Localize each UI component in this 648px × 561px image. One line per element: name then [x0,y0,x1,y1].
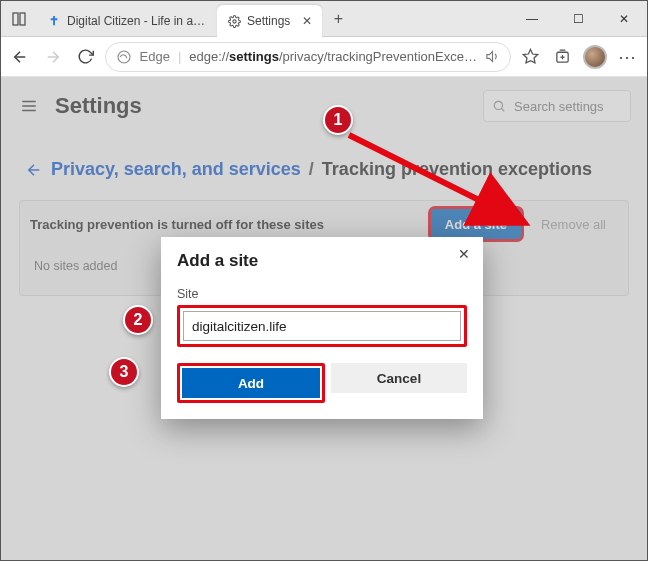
window-controls: — ☐ ✕ [509,1,647,36]
gear-icon [227,14,241,28]
svg-point-2 [232,19,235,22]
url-text: edge://settings/privacy/trackingPreventi… [189,49,477,64]
read-aloud-icon[interactable] [485,49,500,64]
annotation-badge-3: 3 [109,357,139,387]
svg-rect-1 [20,13,25,25]
site-field-label: Site [177,287,467,301]
menu-icon[interactable] [17,94,41,118]
separator: | [178,49,181,64]
profile-avatar[interactable] [582,41,609,73]
add-site-dialog: ✕ Add a site Site Add Cancel [161,237,483,419]
breadcrumb-back-icon[interactable] [25,161,43,179]
breadcrumb: Privacy, search, and services / Tracking… [1,135,647,194]
toolbar: Edge | edge://settings/privacy/trackingP… [1,37,647,77]
annotation-badge-2: 2 [123,305,153,335]
tab-actions-icon[interactable] [1,1,37,36]
more-icon[interactable]: ⋯ [614,41,641,73]
site-input[interactable] [183,311,461,341]
tab-title: Digital Citizen - Life in a digital w [67,14,207,28]
svg-point-6 [494,101,502,109]
annotation-arrow [331,117,541,237]
back-button[interactable] [7,41,34,73]
svg-point-3 [118,51,130,63]
dialog-close-icon[interactable]: ✕ [453,243,475,265]
dialog-title: Add a site [177,251,467,271]
cancel-button[interactable]: Cancel [331,363,467,393]
source-label: Edge [140,49,170,64]
tab-inactive[interactable]: ✝ Digital Citizen - Life in a digital w [37,5,217,37]
page-title: Settings [55,93,142,119]
annotation-badge-1: 1 [323,105,353,135]
tab-title: Settings [247,14,290,28]
tab-active[interactable]: Settings ✕ [217,5,322,37]
close-window-button[interactable]: ✕ [601,1,647,37]
minimize-button[interactable]: — [509,1,555,37]
refresh-button[interactable] [72,41,99,73]
edge-icon [116,49,132,65]
add-button[interactable]: Add [182,368,320,398]
new-tab-button[interactable]: + [322,1,354,36]
svg-marker-4 [523,49,537,62]
section-message: Tracking prevention is turned off for th… [30,217,324,232]
remove-all-button[interactable]: Remove all [529,209,618,239]
search-icon [492,99,506,113]
favorites-icon[interactable] [517,41,544,73]
close-tab-icon[interactable]: ✕ [302,14,312,28]
breadcrumb-link[interactable]: Privacy, search, and services [51,159,301,180]
svg-line-7 [349,135,509,215]
svg-rect-0 [13,13,18,25]
maximize-button[interactable]: ☐ [555,1,601,37]
address-bar[interactable]: Edge | edge://settings/privacy/trackingP… [105,42,511,72]
favicon-cross-icon: ✝ [47,14,61,28]
titlebar: ✝ Digital Citizen - Life in a digital w … [1,1,647,37]
page-body: Settings Search settings Privacy, search… [1,77,647,560]
collections-icon[interactable] [549,41,576,73]
search-placeholder: Search settings [514,99,604,114]
breadcrumb-sep: / [309,159,314,180]
forward-button [40,41,67,73]
